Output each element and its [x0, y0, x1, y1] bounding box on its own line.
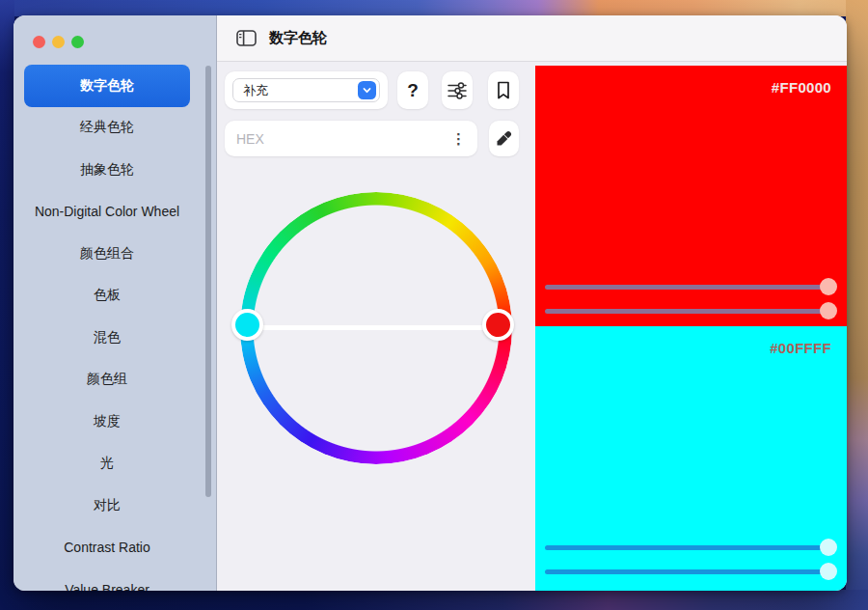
swatch-cyan-slider-1-track[interactable]	[545, 545, 834, 550]
swatch-red-hex-label: #FF0000	[772, 79, 831, 96]
help-button[interactable]: ?	[397, 71, 428, 109]
sidebar-item-abstract-color-wheel[interactable]: 抽象色轮	[24, 149, 190, 191]
hex-input[interactable]	[236, 131, 451, 147]
sidebar-item-contrast-ratio[interactable]: Contrast Ratio	[24, 527, 190, 569]
sidebar-item-gradient[interactable]: 坡度	[24, 401, 190, 443]
swatch-cyan[interactable]: #00FFFF	[535, 326, 847, 591]
swatch-cyan-slider-1-knob[interactable]	[820, 539, 837, 556]
sidebar-item-mix-color[interactable]: 混色	[24, 317, 190, 359]
swatch-cyan-slider-2	[545, 563, 837, 580]
sidebar-nav: 数字色轮 经典色轮 抽象色轮 Non-Digital Color Wheel 颜…	[14, 65, 216, 591]
sidebar-item-non-digital-color-wheel[interactable]: Non-Digital Color Wheel	[24, 191, 190, 234]
chevron-down-icon	[358, 81, 376, 99]
wheel-handle-red[interactable]	[482, 309, 514, 341]
toolbar-row-1: 补充 ?	[225, 71, 519, 109]
sidebar-item-value-breaker[interactable]: Value Breaker	[24, 568, 190, 591]
zoom-button[interactable]	[71, 36, 84, 48]
close-button[interactable]	[33, 36, 45, 48]
swatch-red[interactable]: #FF0000	[535, 66, 847, 326]
wheel-connector-line	[251, 325, 502, 330]
page-title: 数字色轮	[269, 29, 327, 47]
swatch-cyan-slider-2-track[interactable]	[545, 569, 834, 574]
bookmark-button[interactable]	[488, 71, 519, 109]
app-window: 数字色轮 经典色轮 抽象色轮 Non-Digital Color Wheel 颜…	[14, 15, 847, 591]
desktop-wallpaper-left	[0, 0, 14, 610]
traffic-lights	[33, 36, 84, 48]
sidebar-item-contrast[interactable]: 对比	[24, 485, 190, 527]
sidebar-item-palette[interactable]: 色板	[24, 275, 190, 318]
main-area: 数字色轮 补充	[217, 15, 847, 591]
swatch-cyan-hex-label: #00FFFF	[770, 340, 831, 356]
swatch-cyan-slider-2-knob[interactable]	[820, 563, 837, 580]
sidebar-item-classic-color-wheel[interactable]: 经典色轮	[24, 107, 190, 150]
eyedropper-button[interactable]	[489, 121, 519, 156]
bookmark-icon	[496, 81, 511, 99]
sidebar-item-color-group[interactable]: 颜色组	[24, 359, 190, 402]
sidebar-toggle-icon[interactable]	[236, 30, 257, 46]
desktop-wallpaper-bottom	[0, 590, 868, 610]
desktop-wallpaper-top	[0, 0, 868, 16]
sidebar-item-digital-color-wheel[interactable]: 数字色轮	[24, 65, 190, 107]
sidebar-item-light[interactable]: 光	[24, 443, 190, 485]
wheel-handle-cyan[interactable]	[231, 309, 263, 341]
hex-input-card: ⋮	[225, 121, 477, 156]
toolbar-row-2: ⋮	[225, 121, 519, 156]
scheme-select-value: 补充	[243, 82, 268, 99]
minimize-button[interactable]	[52, 36, 65, 48]
swatch-red-slider-2-knob[interactable]	[820, 302, 837, 319]
swatch-red-slider-2-track[interactable]	[545, 309, 834, 314]
swatch-red-slider-1-knob[interactable]	[820, 278, 837, 295]
wheel-pane: 补充 ?	[217, 62, 535, 591]
eyedropper-icon	[495, 129, 513, 148]
swatch-red-slider-1	[545, 278, 837, 295]
ellipsis-icon[interactable]: ⋮	[451, 131, 466, 146]
sidebar: 数字色轮 经典色轮 抽象色轮 Non-Digital Color Wheel 颜…	[14, 15, 217, 591]
sidebar-scrollbar[interactable]	[205, 66, 211, 497]
swatch-red-slider-1-track[interactable]	[545, 285, 834, 290]
sliders-icon	[447, 81, 468, 100]
sidebar-item-color-combinations[interactable]: 颜色组合	[24, 233, 190, 275]
help-label: ?	[407, 80, 419, 101]
scheme-select-card: 补充	[225, 71, 388, 109]
desktop-wallpaper-right	[846, 0, 868, 610]
swatch-red-slider-2	[545, 302, 837, 319]
content-area: 补充 ?	[217, 62, 847, 591]
swatch-cyan-slider-1	[545, 539, 837, 556]
swatch-pane: #FF0000 #00FFFF	[535, 62, 847, 591]
title-bar: 数字色轮	[217, 15, 847, 62]
settings-sliders-button[interactable]	[442, 71, 473, 109]
scheme-select[interactable]: 补充	[232, 78, 380, 102]
